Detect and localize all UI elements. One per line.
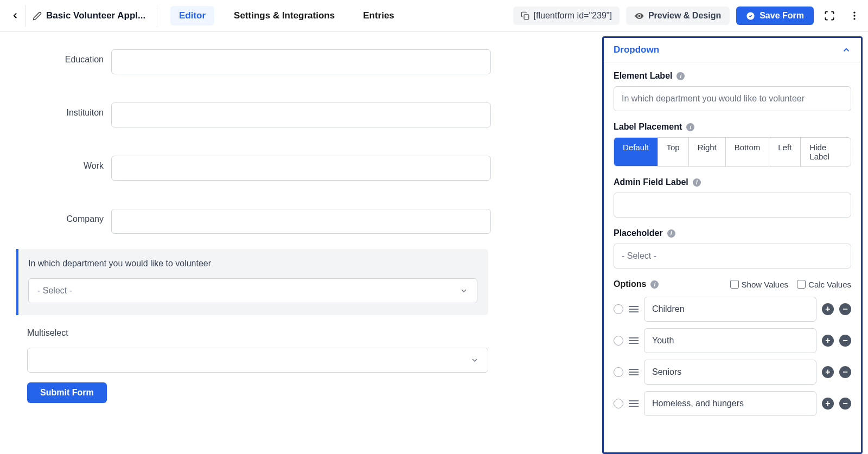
info-icon[interactable]: i [686, 123, 694, 131]
expand-icon [824, 10, 835, 21]
option-radio[interactable] [614, 399, 623, 408]
svg-point-4 [853, 18, 855, 20]
option-row: + − [614, 297, 851, 322]
preview-label: Preview & Design [648, 11, 721, 21]
setting-label-text: Element Label [614, 71, 672, 81]
placement-right[interactable]: Right [689, 138, 726, 166]
setting-placeholder: Placeholder i [614, 228, 851, 268]
option-radio[interactable] [614, 336, 623, 346]
eye-icon [635, 11, 644, 21]
setting-options: Options i Show Values Calc Values [614, 279, 851, 416]
multiselect-box[interactable] [27, 348, 488, 373]
chevron-left-icon [10, 11, 20, 21]
option-row: + − [614, 328, 851, 353]
drag-handle-icon[interactable] [629, 368, 639, 376]
institution-input[interactable] [111, 103, 491, 127]
option-radio[interactable] [614, 367, 623, 377]
shortcode-copy[interactable]: [fluentform id="239"] [513, 7, 620, 25]
info-icon[interactable]: i [676, 72, 685, 80]
remove-option-button[interactable]: − [839, 335, 851, 347]
dots-vertical-icon [849, 10, 860, 21]
tab-settings[interactable]: Settings & Integrations [225, 6, 343, 25]
tab-entries[interactable]: Entries [354, 6, 403, 25]
placement-hide[interactable]: Hide Label [801, 138, 851, 166]
back-button[interactable] [4, 5, 26, 27]
options-label: Options [614, 279, 646, 289]
drag-handle-icon[interactable] [629, 337, 639, 344]
calc-values-label: Calc Values [808, 280, 851, 289]
admin-field-label-input[interactable] [614, 193, 851, 218]
add-option-button[interactable]: + [822, 366, 834, 378]
fullscreen-button[interactable] [820, 7, 839, 25]
submit-button[interactable]: Submit Form [27, 382, 107, 403]
field-work[interactable]: Work [27, 143, 570, 181]
topbar: Basic Volunteer Appl... Editor Settings … [0, 0, 868, 32]
checkbox-icon [797, 280, 806, 289]
info-icon[interactable]: i [650, 280, 659, 289]
chevron-down-icon [459, 286, 468, 295]
add-option-button[interactable]: + [822, 303, 834, 315]
option-value-input[interactable] [644, 328, 816, 353]
form-title-area[interactable]: Basic Volunteer Appl... [33, 5, 157, 27]
field-label: Instituiton [27, 103, 111, 118]
multiselect-label: Multiselect [27, 328, 488, 338]
remove-option-button[interactable]: − [839, 366, 851, 378]
option-value-input[interactable] [644, 360, 816, 385]
add-option-button[interactable]: + [822, 335, 834, 347]
field-institution[interactable]: Instituiton [27, 89, 570, 127]
placement-top[interactable]: Top [658, 138, 689, 166]
setting-admin-field-label: Admin Field Label i [614, 177, 851, 218]
element-label-input[interactable] [614, 86, 851, 111]
info-icon[interactable]: i [693, 178, 701, 187]
drag-handle-icon[interactable] [629, 400, 639, 407]
svg-point-3 [853, 15, 855, 16]
copy-icon [521, 11, 529, 20]
save-label: Save Form [760, 11, 804, 21]
editor-canvas[interactable]: Education Instituiton Work Company In wh… [0, 32, 597, 454]
show-values-label: Show Values [742, 280, 788, 289]
setting-label-placement: Label Placement i Default Top Right Bott… [614, 122, 851, 167]
shortcode-text: [fluentform id="239"] [534, 11, 612, 21]
add-option-button[interactable]: + [822, 398, 834, 410]
placement-bottom[interactable]: Bottom [726, 138, 770, 166]
company-input[interactable] [111, 209, 491, 234]
calc-values-toggle[interactable]: Calc Values [797, 280, 851, 289]
education-input[interactable] [111, 49, 491, 74]
placement-left[interactable]: Left [769, 138, 801, 166]
topbar-actions: [fluentform id="239"] Preview & Design S… [513, 7, 864, 25]
info-icon[interactable]: i [667, 229, 675, 238]
svg-rect-0 [524, 15, 529, 20]
setting-element-label: Element Label i [614, 71, 851, 111]
preview-button[interactable]: Preview & Design [626, 7, 730, 25]
option-radio[interactable] [614, 304, 623, 314]
show-values-toggle[interactable]: Show Values [730, 280, 788, 289]
option-row: + − [614, 391, 851, 416]
placeholder-input[interactable] [614, 244, 851, 268]
save-button[interactable]: Save Form [736, 7, 814, 25]
option-value-input[interactable] [644, 391, 816, 416]
option-row: + − [614, 360, 851, 385]
remove-option-button[interactable]: − [839, 303, 851, 315]
tab-editor[interactable]: Editor [170, 6, 214, 25]
option-value-input[interactable] [644, 297, 816, 322]
panel-title: Dropdown [614, 44, 659, 55]
work-input[interactable] [111, 156, 491, 181]
dropdown-select[interactable]: - Select - [28, 278, 477, 303]
field-company[interactable]: Company [27, 196, 570, 234]
field-settings-panel: Dropdown Element Label i Label Placement… [602, 36, 863, 454]
more-button[interactable] [845, 7, 864, 25]
field-label: Education [27, 49, 111, 65]
multiselect-field[interactable]: Multiselect [27, 328, 488, 373]
chevron-up-icon[interactable] [841, 45, 851, 55]
placement-default[interactable]: Default [614, 138, 658, 166]
label-placement-group: Default Top Right Bottom Left Hide Label [614, 137, 851, 167]
form-title: Basic Volunteer Appl... [46, 10, 145, 21]
field-education[interactable]: Education [27, 49, 570, 74]
field-label: Work [27, 156, 111, 171]
panel-header[interactable]: Dropdown [604, 38, 861, 62]
checkbox-icon [730, 280, 739, 289]
dropdown-field-selected[interactable]: In which department you would like to vo… [16, 249, 488, 315]
remove-option-button[interactable]: − [839, 398, 851, 410]
drag-handle-icon[interactable] [629, 305, 639, 313]
setting-label-text: Label Placement [614, 122, 682, 132]
